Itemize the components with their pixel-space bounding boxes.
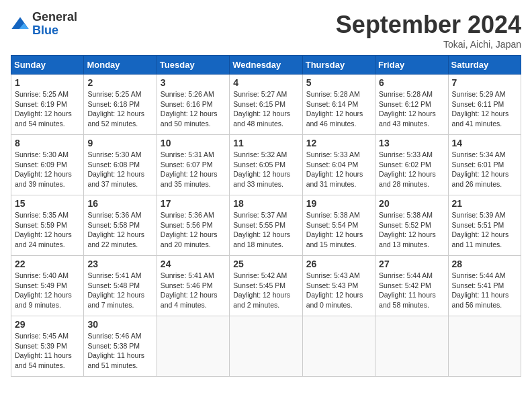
- calendar-cell: 30Sunrise: 5:46 AMSunset: 5:38 PMDayligh…: [84, 316, 157, 377]
- calendar-cell: 6Sunrise: 5:28 AMSunset: 6:12 PMDaylight…: [375, 75, 448, 135]
- calendar-cell: [302, 316, 375, 377]
- day-info: Sunrise: 5:29 AMSunset: 6:11 PMDaylight:…: [452, 89, 517, 129]
- calendar-cell: 24Sunrise: 5:41 AMSunset: 5:46 PMDayligh…: [157, 256, 229, 316]
- day-info: Sunrise: 5:44 AMSunset: 5:42 PMDaylight:…: [379, 271, 444, 310]
- day-info: Sunrise: 5:38 AMSunset: 5:52 PMDaylight:…: [379, 210, 444, 250]
- day-info: Sunrise: 5:41 AMSunset: 5:46 PMDaylight:…: [161, 271, 226, 310]
- day-number: 10: [161, 138, 226, 148]
- calendar-cell: [375, 316, 448, 377]
- day-number: 27: [379, 259, 444, 269]
- day-number: 1: [15, 77, 80, 88]
- calendar-cell: 17Sunrise: 5:36 AMSunset: 5:56 PMDayligh…: [157, 195, 229, 256]
- calendar-cell: 20Sunrise: 5:38 AMSunset: 5:52 PMDayligh…: [375, 195, 448, 256]
- day-number: 5: [306, 77, 371, 88]
- calendar-cell: [157, 316, 229, 377]
- logo-text: General Blue: [32, 11, 77, 38]
- day-number: 4: [233, 77, 298, 88]
- calendar-cell: 11Sunrise: 5:32 AMSunset: 6:05 PMDayligh…: [230, 135, 302, 195]
- day-info: Sunrise: 5:26 AMSunset: 6:16 PMDaylight:…: [161, 89, 226, 129]
- calendar-cell: 3Sunrise: 5:26 AMSunset: 6:16 PMDaylight…: [157, 75, 229, 135]
- day-number: 3: [161, 77, 226, 88]
- calendar-cell: 13Sunrise: 5:33 AMSunset: 6:02 PMDayligh…: [375, 135, 448, 195]
- day-number: 24: [161, 259, 226, 269]
- calendar-cell: 10Sunrise: 5:31 AMSunset: 6:07 PMDayligh…: [157, 135, 229, 195]
- day-number: 17: [161, 198, 226, 209]
- day-info: Sunrise: 5:33 AMSunset: 6:02 PMDaylight:…: [379, 150, 444, 189]
- weekday-monday: Monday: [84, 56, 157, 75]
- calendar-cell: 16Sunrise: 5:36 AMSunset: 5:58 PMDayligh…: [84, 195, 157, 256]
- day-info: Sunrise: 5:27 AMSunset: 6:15 PMDaylight:…: [233, 89, 298, 129]
- calendar-cell: 22Sunrise: 5:40 AMSunset: 5:49 PMDayligh…: [11, 256, 84, 316]
- day-number: 7: [452, 77, 517, 88]
- calendar-week-3: 15Sunrise: 5:35 AMSunset: 5:59 PMDayligh…: [11, 195, 521, 256]
- day-info: Sunrise: 5:30 AMSunset: 6:08 PMDaylight:…: [87, 150, 152, 189]
- calendar-cell: 1Sunrise: 5:25 AMSunset: 6:19 PMDaylight…: [11, 75, 84, 135]
- day-number: 25: [233, 259, 298, 269]
- day-info: Sunrise: 5:41 AMSunset: 5:48 PMDaylight:…: [87, 271, 152, 310]
- title-area: September 2024 Tokai, Aichi, Japan: [336, 11, 521, 50]
- calendar-cell: 5Sunrise: 5:28 AMSunset: 6:14 PMDaylight…: [302, 75, 375, 135]
- day-info: Sunrise: 5:25 AMSunset: 6:18 PMDaylight:…: [87, 89, 152, 129]
- calendar-cell: 14Sunrise: 5:34 AMSunset: 6:01 PMDayligh…: [448, 135, 521, 195]
- calendar-cell: 26Sunrise: 5:43 AMSunset: 5:43 PMDayligh…: [302, 256, 375, 316]
- calendar-table: SundayMondayTuesdayWednesdayThursdayFrid…: [11, 55, 521, 377]
- weekday-sunday: Sunday: [11, 56, 84, 75]
- day-info: Sunrise: 5:33 AMSunset: 6:04 PMDaylight:…: [306, 150, 371, 189]
- day-info: Sunrise: 5:45 AMSunset: 5:39 PMDaylight:…: [15, 331, 80, 371]
- day-info: Sunrise: 5:44 AMSunset: 5:41 PMDaylight:…: [452, 271, 517, 310]
- day-info: Sunrise: 5:34 AMSunset: 6:01 PMDaylight:…: [452, 150, 517, 189]
- day-info: Sunrise: 5:42 AMSunset: 5:45 PMDaylight:…: [233, 271, 298, 310]
- calendar-cell: [230, 316, 302, 377]
- day-number: 8: [15, 138, 80, 148]
- calendar-body: 1Sunrise: 5:25 AMSunset: 6:19 PMDaylight…: [11, 75, 521, 377]
- calendar-cell: 15Sunrise: 5:35 AMSunset: 5:59 PMDayligh…: [11, 195, 84, 256]
- day-info: Sunrise: 5:35 AMSunset: 5:59 PMDaylight:…: [15, 210, 80, 250]
- day-number: 9: [87, 138, 152, 148]
- day-info: Sunrise: 5:30 AMSunset: 6:09 PMDaylight:…: [15, 150, 80, 189]
- day-number: 29: [15, 319, 80, 330]
- day-info: Sunrise: 5:39 AMSunset: 5:51 PMDaylight:…: [452, 210, 517, 250]
- calendar-cell: 19Sunrise: 5:38 AMSunset: 5:54 PMDayligh…: [302, 195, 375, 256]
- day-number: 28: [452, 259, 517, 269]
- calendar-cell: 28Sunrise: 5:44 AMSunset: 5:41 PMDayligh…: [448, 256, 521, 316]
- day-number: 12: [306, 138, 371, 148]
- calendar-cell: 27Sunrise: 5:44 AMSunset: 5:42 PMDayligh…: [375, 256, 448, 316]
- weekday-thursday: Thursday: [302, 56, 375, 75]
- day-info: Sunrise: 5:28 AMSunset: 6:14 PMDaylight:…: [306, 89, 371, 129]
- location: Tokai, Aichi, Japan: [336, 39, 521, 50]
- header: General Blue September 2024 Tokai, Aichi…: [11, 11, 521, 50]
- day-info: Sunrise: 5:40 AMSunset: 5:49 PMDaylight:…: [15, 271, 80, 310]
- day-number: 23: [87, 259, 152, 269]
- logo: General Blue: [11, 11, 77, 38]
- day-number: 18: [233, 198, 298, 209]
- day-number: 11: [233, 138, 298, 148]
- calendar-cell: 18Sunrise: 5:37 AMSunset: 5:55 PMDayligh…: [230, 195, 302, 256]
- day-info: Sunrise: 5:46 AMSunset: 5:38 PMDaylight:…: [87, 331, 152, 371]
- weekday-header-row: SundayMondayTuesdayWednesdayThursdayFrid…: [11, 56, 521, 75]
- calendar-week-2: 8Sunrise: 5:30 AMSunset: 6:09 PMDaylight…: [11, 135, 521, 195]
- calendar-cell: 29Sunrise: 5:45 AMSunset: 5:39 PMDayligh…: [11, 316, 84, 377]
- day-number: 14: [452, 138, 517, 148]
- day-number: 6: [379, 77, 444, 88]
- day-info: Sunrise: 5:38 AMSunset: 5:54 PMDaylight:…: [306, 210, 371, 250]
- calendar-week-5: 29Sunrise: 5:45 AMSunset: 5:39 PMDayligh…: [11, 316, 521, 377]
- day-number: 20: [379, 198, 444, 209]
- day-info: Sunrise: 5:32 AMSunset: 6:05 PMDaylight:…: [233, 150, 298, 189]
- month-title: September 2024: [336, 11, 521, 39]
- day-number: 16: [87, 198, 152, 209]
- calendar-week-4: 22Sunrise: 5:40 AMSunset: 5:49 PMDayligh…: [11, 256, 521, 316]
- calendar-cell: [448, 316, 521, 377]
- calendar-cell: 21Sunrise: 5:39 AMSunset: 5:51 PMDayligh…: [448, 195, 521, 256]
- day-number: 26: [306, 259, 371, 269]
- weekday-wednesday: Wednesday: [230, 56, 302, 75]
- day-info: Sunrise: 5:37 AMSunset: 5:55 PMDaylight:…: [233, 210, 298, 250]
- calendar-cell: 4Sunrise: 5:27 AMSunset: 6:15 PMDaylight…: [230, 75, 302, 135]
- day-number: 2: [87, 77, 152, 88]
- calendar-cell: 9Sunrise: 5:30 AMSunset: 6:08 PMDaylight…: [84, 135, 157, 195]
- day-info: Sunrise: 5:36 AMSunset: 5:58 PMDaylight:…: [87, 210, 152, 250]
- logo-icon: [11, 15, 30, 34]
- day-number: 21: [452, 198, 517, 209]
- day-info: Sunrise: 5:28 AMSunset: 6:12 PMDaylight:…: [379, 89, 444, 129]
- day-number: 15: [15, 198, 80, 209]
- day-info: Sunrise: 5:25 AMSunset: 6:19 PMDaylight:…: [15, 89, 80, 129]
